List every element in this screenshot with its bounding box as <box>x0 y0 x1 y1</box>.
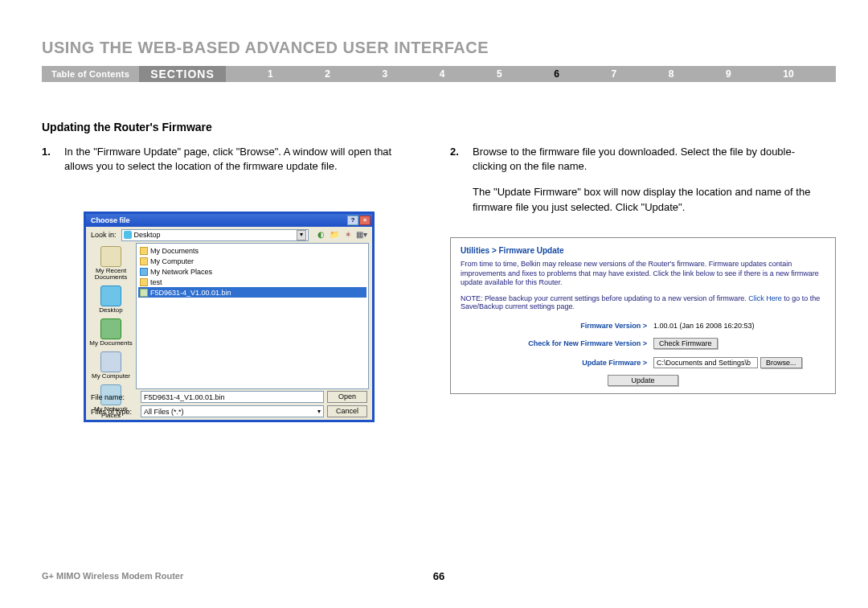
places-mycomputer[interactable]: My Computer <box>88 351 134 380</box>
panel-note: NOTE: Please backup your current setting… <box>461 294 825 310</box>
nav-num-5[interactable]: 5 <box>497 68 502 80</box>
firmware-version-value: 1.00.01 (Jan 16 2008 16:20:53) <box>653 322 755 330</box>
footer-product: G+ MIMO Wireless Modem Router <box>42 571 183 581</box>
folder-icon <box>140 257 148 265</box>
firmware-update-panel: Utilities > Firmware Update From time to… <box>450 237 836 394</box>
check-firmware-row: Check for New Firmware Version > Check F… <box>461 338 825 349</box>
step-2-text: Browse to the firmware file you download… <box>473 145 820 174</box>
file-icon <box>140 289 148 297</box>
firmware-version-row: Firmware Version > 1.00.01 (Jan 16 2008 … <box>461 322 825 330</box>
check-firmware-label: Check for New Firmware Version > <box>461 339 653 347</box>
dialog-titlebar: Choose file ? × <box>86 214 372 227</box>
list-item[interactable]: test <box>138 277 366 287</box>
places-mydocs[interactable]: My Documents <box>88 318 134 347</box>
new-folder-icon[interactable]: ✶ <box>342 229 354 240</box>
nav-num-6[interactable]: 6 <box>554 68 559 80</box>
check-firmware-button[interactable]: Check Firmware <box>653 338 718 349</box>
nav-num-1[interactable]: 1 <box>268 68 273 80</box>
cancel-button[interactable]: Cancel <box>327 405 367 417</box>
folder-icon <box>140 278 148 286</box>
page-title: USING THE WEB-BASED ADVANCED USER INTERF… <box>42 39 489 57</box>
desktop-icon <box>124 231 132 239</box>
list-item[interactable]: My Documents <box>138 245 366 256</box>
firmware-version-label: Firmware Version > <box>461 322 653 330</box>
close-icon[interactable]: × <box>359 216 371 225</box>
browse-button[interactable]: Browse... <box>760 357 802 368</box>
column-left: 1. In the "Firmware Update" page, click … <box>42 145 411 174</box>
column-right: 2. Browse to the firmware file you downl… <box>450 145 820 215</box>
nav-num-3[interactable]: 3 <box>383 68 388 80</box>
panel-description: From time to time, Belkin may release ne… <box>461 260 825 288</box>
lookin-label: Look in: <box>91 231 117 239</box>
places-desktop[interactable]: Desktop <box>88 286 134 314</box>
list-item-selected[interactable]: F5D9631-4_V1.00.01.bin <box>138 287 366 298</box>
click-here-link[interactable]: Click Here <box>748 294 782 302</box>
file-list[interactable]: My Documents My Computer My Network Plac… <box>136 243 369 389</box>
page-footer: G+ MIMO Wireless Modem Router 66 <box>42 571 836 581</box>
sections-nav: Table of Contents SECTIONS 1 2 3 4 5 6 7… <box>42 66 836 82</box>
nav-num-4[interactable]: 4 <box>440 68 445 80</box>
list-item[interactable]: My Computer <box>138 256 366 266</box>
nav-num-2[interactable]: 2 <box>325 68 330 80</box>
nav-num-8[interactable]: 8 <box>669 68 674 80</box>
open-button[interactable]: Open <box>327 391 367 403</box>
lookin-value: Desktop <box>134 231 161 239</box>
update-firmware-row: Update Firmware > C:\Documents and Setti… <box>461 357 825 368</box>
step-2-number: 2. <box>450 145 473 174</box>
filename-input[interactable]: F5D9631-4_V1.00.01.bin <box>141 391 324 403</box>
page-number: 66 <box>433 570 444 582</box>
back-icon[interactable]: ◐ <box>315 229 326 240</box>
choose-file-dialog: Choose file ? × Look in: Desktop ▾ ◐ 📁 ✶… <box>84 212 375 422</box>
nav-num-9[interactable]: 9 <box>726 68 731 80</box>
nav-sections-label: SECTIONS <box>139 66 226 82</box>
filetype-combo[interactable]: All Files (*.*)▾ <box>141 405 324 417</box>
list-item[interactable]: My Network Places <box>138 266 366 277</box>
lookin-combo[interactable]: Desktop ▾ <box>121 229 309 241</box>
dialog-toolbar: Look in: Desktop ▾ ◐ 📁 ✶ ▦▾ <box>86 227 372 243</box>
views-icon[interactable]: ▦▾ <box>356 229 367 240</box>
up-folder-icon[interactable]: 📁 <box>329 229 340 240</box>
firmware-path-input[interactable]: C:\Documents and Settings\b <box>653 357 758 368</box>
filename-label: File name: <box>91 393 137 401</box>
dropdown-arrow-icon[interactable]: ▾ <box>297 230 306 240</box>
filetype-label: Files of type: <box>91 408 137 416</box>
step-1-number: 1. <box>42 145 64 174</box>
nav-num-7[interactable]: 7 <box>612 68 617 80</box>
step-2: 2. Browse to the firmware file you downl… <box>450 145 820 174</box>
places-sidebar: My Recent Documents Desktop My Documents… <box>86 243 136 389</box>
network-icon <box>140 268 148 276</box>
step-1-text: In the "Firmware Update" page, click "Br… <box>64 145 411 174</box>
step-1: 1. In the "Firmware Update" page, click … <box>42 145 411 174</box>
nav-numbers: 1 2 3 4 5 6 7 8 9 10 <box>226 68 836 80</box>
help-icon[interactable]: ? <box>347 216 358 225</box>
folder-icon <box>140 247 148 255</box>
nav-toc[interactable]: Table of Contents <box>42 69 139 79</box>
update-firmware-label: Update Firmware > <box>461 359 653 367</box>
panel-breadcrumb: Utilities > Firmware Update <box>461 246 825 255</box>
update-button[interactable]: Update <box>608 375 678 386</box>
section-heading: Updating the Router's Firmware <box>42 121 212 134</box>
dialog-title-text: Choose file <box>91 216 130 224</box>
step-2-paragraph: The "Update Firmware" box will now displ… <box>473 185 820 214</box>
places-recent[interactable]: My Recent Documents <box>88 246 134 281</box>
nav-num-10[interactable]: 10 <box>783 68 793 80</box>
